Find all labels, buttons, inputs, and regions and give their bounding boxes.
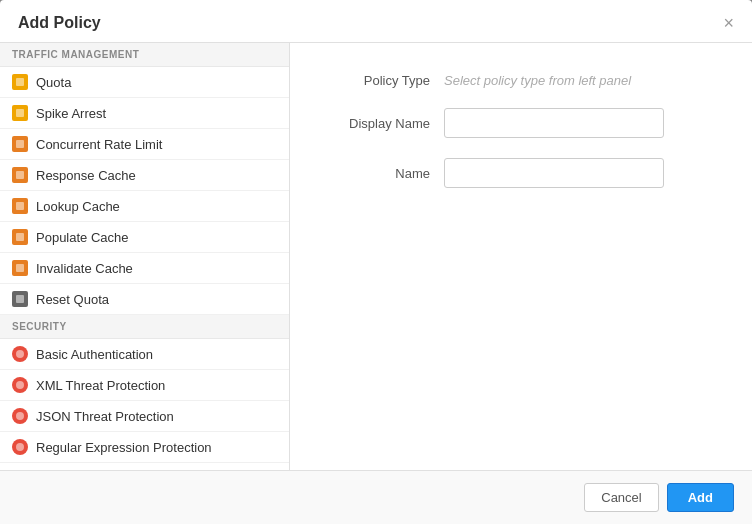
policy-icon bbox=[12, 439, 28, 455]
policy-icon bbox=[12, 346, 28, 362]
list-item[interactable]: Populate Cache bbox=[0, 222, 289, 253]
list-item[interactable]: Regular Expression Protection bbox=[0, 432, 289, 463]
policy-item-label: Invalidate Cache bbox=[36, 261, 133, 276]
section-header: TRAFFIC MANAGEMENT bbox=[0, 43, 289, 67]
policy-icon bbox=[12, 377, 28, 393]
list-item[interactable]: Reset Quota bbox=[0, 284, 289, 315]
add-policy-modal: Add Policy × TRAFFIC MANAGEMENTQuotaSpik… bbox=[0, 0, 752, 524]
add-button[interactable]: Add bbox=[667, 483, 734, 512]
policy-item-label: Quota bbox=[36, 75, 71, 90]
policy-item-label: Populate Cache bbox=[36, 230, 129, 245]
policy-item-label: Spike Arrest bbox=[36, 106, 106, 121]
cancel-button[interactable]: Cancel bbox=[584, 483, 658, 512]
policy-item-label: Concurrent Rate Limit bbox=[36, 137, 162, 152]
policy-item-label: JSON Threat Protection bbox=[36, 409, 174, 424]
modal-footer: Cancel Add bbox=[0, 470, 752, 524]
policy-type-value: Select policy type from left panel bbox=[444, 73, 631, 88]
list-item[interactable]: Lookup Cache bbox=[0, 191, 289, 222]
list-item[interactable]: XML Threat Protection bbox=[0, 370, 289, 401]
policy-item-label: Lookup Cache bbox=[36, 199, 120, 214]
list-item[interactable]: Spike Arrest bbox=[0, 98, 289, 129]
name-input[interactable] bbox=[444, 158, 664, 188]
policy-icon bbox=[12, 74, 28, 90]
display-name-label: Display Name bbox=[320, 116, 430, 131]
policy-icon bbox=[12, 198, 28, 214]
policy-item-label: Response Cache bbox=[36, 168, 136, 183]
display-name-input[interactable] bbox=[444, 108, 664, 138]
policy-icon bbox=[12, 167, 28, 183]
modal-body: TRAFFIC MANAGEMENTQuotaSpike ArrestConcu… bbox=[0, 43, 752, 470]
modal-header: Add Policy × bbox=[0, 0, 752, 43]
right-panel: Policy Type Select policy type from left… bbox=[290, 43, 752, 470]
policy-type-row: Policy Type Select policy type from left… bbox=[320, 73, 722, 88]
section-header: SECURITY bbox=[0, 315, 289, 339]
policy-item-label: XML Threat Protection bbox=[36, 378, 165, 393]
list-item[interactable]: Response Cache bbox=[0, 160, 289, 191]
policy-icon bbox=[12, 229, 28, 245]
policy-type-label: Policy Type bbox=[320, 73, 430, 88]
list-item[interactable]: OAuth v2.0 bbox=[0, 463, 289, 470]
policy-icon bbox=[12, 408, 28, 424]
list-item[interactable]: Concurrent Rate Limit bbox=[0, 129, 289, 160]
modal-title: Add Policy bbox=[18, 14, 101, 32]
modal-overlay: Add Policy × TRAFFIC MANAGEMENTQuotaSpik… bbox=[0, 0, 752, 524]
policy-item-label: Basic Authentication bbox=[36, 347, 153, 362]
list-item[interactable]: Quota bbox=[0, 67, 289, 98]
policy-item-label: Regular Expression Protection bbox=[36, 440, 212, 455]
policy-icon bbox=[12, 105, 28, 121]
name-label: Name bbox=[320, 166, 430, 181]
policy-icon bbox=[12, 260, 28, 276]
display-name-row: Display Name bbox=[320, 108, 722, 138]
close-button[interactable]: × bbox=[723, 14, 734, 32]
name-row: Name bbox=[320, 158, 722, 188]
left-panel: TRAFFIC MANAGEMENTQuotaSpike ArrestConcu… bbox=[0, 43, 290, 470]
policy-item-label: Reset Quota bbox=[36, 292, 109, 307]
policy-icon bbox=[12, 291, 28, 307]
list-item[interactable]: Basic Authentication bbox=[0, 339, 289, 370]
list-item[interactable]: JSON Threat Protection bbox=[0, 401, 289, 432]
list-item[interactable]: Invalidate Cache bbox=[0, 253, 289, 284]
policy-icon bbox=[12, 136, 28, 152]
